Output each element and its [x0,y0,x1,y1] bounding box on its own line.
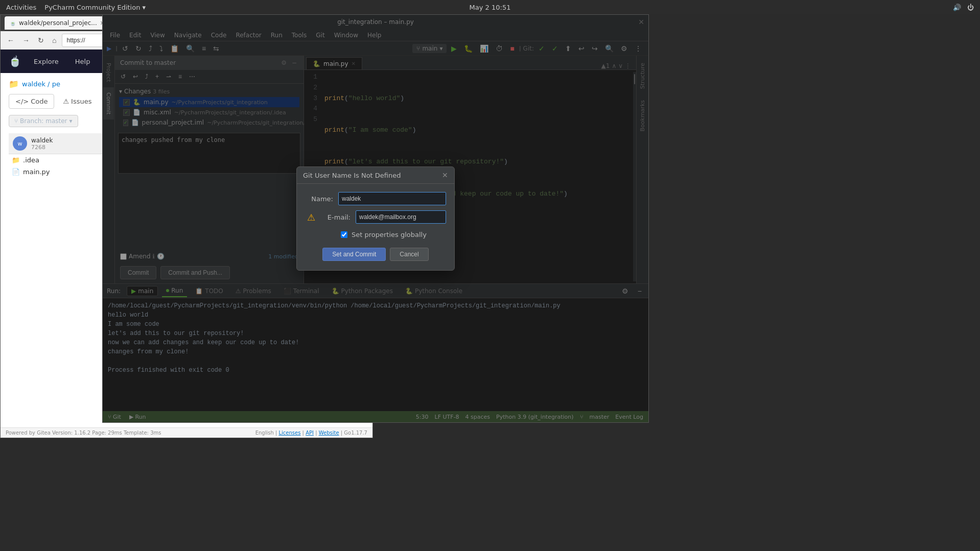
name-label: Name: [305,195,333,203]
power-icon[interactable]: ⏻ [967,4,974,11]
volume-icon[interactable]: 🔊 [953,4,961,11]
browser-tab-active[interactable]: 🍵 waldek/personal_projec... ✕ [5,16,110,30]
help-nav[interactable]: Help [71,56,95,67]
explore-nav[interactable]: Explore [30,56,63,67]
dialog-name-row: Name: [305,192,446,205]
activities-label[interactable]: Activities [6,4,36,11]
dialog-git-user: Git User Name Is Not Defined ✕ Name: ⚠ E… [296,166,455,271]
website-link[interactable]: Website [319,430,339,436]
issues-tab[interactable]: ⚠ Issues [56,94,98,109]
code-tab[interactable]: </> Code [9,94,54,109]
dialog-close-btn[interactable]: ✕ [442,171,448,179]
dialog-email-row: ⚠ E-mail: [305,210,446,224]
dialog-buttons: Set and Commit Cancel [305,244,446,265]
app-name[interactable]: PyCharm Community Edition ▾ [44,4,146,11]
licenses-link[interactable]: Licenses [278,430,300,436]
global-props-checkbox[interactable] [341,231,347,238]
gitea-logo: 🍵 [9,55,21,67]
back-btn[interactable]: ← [5,35,17,45]
repo-icon: 📁 [9,79,19,89]
tab-label: waldek/personal_projec... [19,19,97,27]
repo-link[interactable]: waldek / pe [22,80,60,88]
datetime: May 2 10:51 [470,4,511,11]
warning-icon: ⚠ [305,212,317,223]
os-topbar: Activities PyCharm Community Edition ▾ M… [0,0,980,14]
forward-btn[interactable]: → [20,35,32,45]
branch-selector[interactable]: ⑂ Branch: master ▾ [9,115,78,127]
email-input[interactable] [356,210,446,224]
dialog-body: Name: ⚠ E-mail: Set properties globally … [297,184,454,270]
commit-avatar: w [13,136,27,151]
api-link[interactable]: API [306,430,314,436]
reload-btn[interactable]: ↻ [35,35,46,45]
dialog-title: Git User Name Is Not Defined [303,172,401,179]
home-btn[interactable]: ⌂ [50,35,59,45]
branch-icon: ⑂ [14,117,18,125]
file-icon: 📄 [12,168,20,176]
ide-window: git_integration – main.py ✕ File Edit Vi… [102,14,649,423]
issues-icon: ⚠ [63,98,69,105]
code-icon: </> [15,98,29,105]
set-and-commit-btn[interactable]: Set and Commit [322,248,386,261]
dialog-overlay: Git User Name Is Not Defined ✕ Name: ⚠ E… [103,15,648,422]
dialog-titlebar: Git User Name Is Not Defined ✕ [297,167,454,184]
gitea-footer: Powered by Gitea Version: 1.16.2 Page: 2… [1,427,372,438]
email-label: E-mail: [322,213,351,221]
cancel-btn[interactable]: Cancel [390,248,428,261]
name-input[interactable] [338,192,446,205]
dialog-checkbox-row: Set properties globally [305,229,446,244]
global-props-label: Set properties globally [352,231,427,238]
folder-icon: 📁 [12,156,20,164]
gitea-favicon: 🍵 [10,20,16,26]
